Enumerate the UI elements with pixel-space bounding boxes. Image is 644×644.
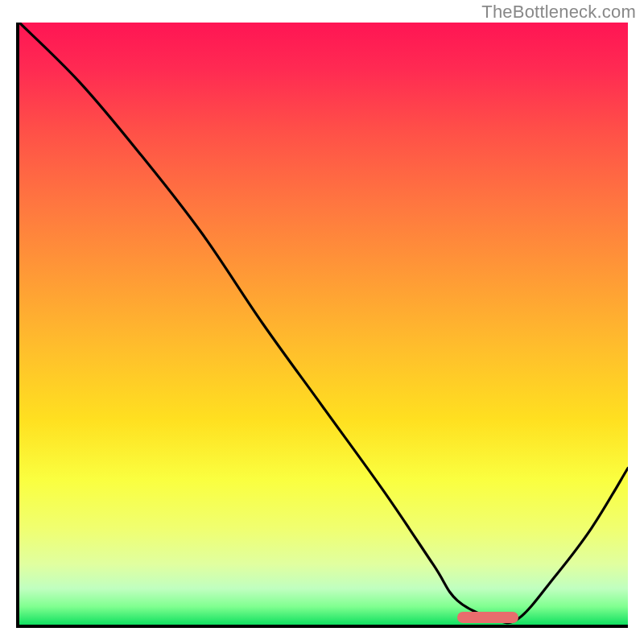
watermark-text: TheBottleneck.com <box>481 2 636 23</box>
curve-svg <box>19 23 628 625</box>
plot-area <box>16 23 628 628</box>
bottleneck-curve-path <box>19 23 628 623</box>
optimal-range-marker <box>457 612 518 623</box>
bottleneck-chart: TheBottleneck.com <box>0 0 644 644</box>
